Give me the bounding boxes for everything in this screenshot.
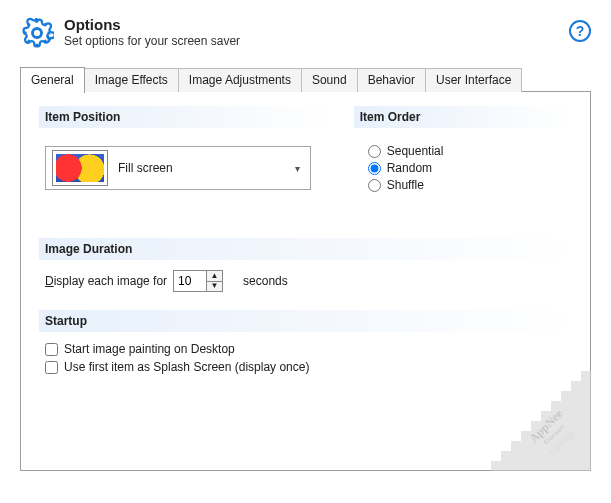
- page-subtitle: Set options for your screen saver: [64, 34, 240, 48]
- order-shuffle-label: Shuffle: [387, 178, 424, 192]
- item-position-dropdown[interactable]: Fill screen: [114, 147, 288, 189]
- order-random-radio[interactable]: [368, 162, 381, 175]
- section-item-position: Item Position: [39, 106, 334, 128]
- position-thumbnail-icon: [52, 150, 108, 186]
- order-sequential-label: Sequential: [387, 144, 444, 158]
- order-random-label: Random: [387, 161, 432, 175]
- tab-image-effects[interactable]: Image Effects: [84, 68, 179, 92]
- svg-point-0: [32, 28, 41, 37]
- section-item-order: Item Order: [354, 106, 572, 128]
- help-button[interactable]: ?: [569, 20, 591, 42]
- svg-text:Freeware: Freeware: [542, 422, 566, 446]
- section-image-duration: Image Duration: [39, 238, 572, 260]
- order-shuffle-radio[interactable]: [368, 179, 381, 192]
- gear-icon: [20, 16, 54, 50]
- spin-down-icon[interactable]: ▼: [207, 282, 222, 292]
- startup-paint-desktop[interactable]: Start image painting on Desktop: [45, 342, 572, 356]
- svg-text:Group.: Group.: [545, 425, 578, 458]
- tab-image-adjustments[interactable]: Image Adjustments: [178, 68, 302, 92]
- svg-text:AppNee: AppNee: [526, 406, 566, 446]
- tab-panel: Item Position Fill screen ▾ Item Order S…: [20, 91, 591, 471]
- item-position-select[interactable]: Fill screen ▾: [45, 146, 311, 190]
- chevron-down-icon: ▾: [288, 163, 306, 174]
- page-title: Options: [64, 16, 240, 33]
- section-startup: Startup: [39, 310, 572, 332]
- startup-splash-screen-checkbox[interactable]: [45, 361, 58, 374]
- header: Options Set options for your screen save…: [20, 16, 591, 50]
- order-random[interactable]: Random: [368, 161, 572, 175]
- tab-sound[interactable]: Sound: [301, 68, 358, 92]
- duration-suffix: seconds: [243, 274, 288, 288]
- startup-paint-desktop-checkbox[interactable]: [45, 343, 58, 356]
- tab-strip: General Image Effects Image Adjustments …: [20, 66, 591, 92]
- tab-user-interface[interactable]: User Interface: [425, 68, 522, 92]
- order-sequential-radio[interactable]: [368, 145, 381, 158]
- duration-spinner[interactable]: ▲ ▼: [173, 270, 223, 292]
- tab-behavior[interactable]: Behavior: [357, 68, 426, 92]
- tab-general[interactable]: General: [20, 67, 85, 93]
- duration-input[interactable]: [174, 271, 206, 291]
- startup-splash-screen-label: Use first item as Splash Screen (display…: [64, 360, 309, 374]
- spin-up-icon[interactable]: ▲: [207, 271, 222, 282]
- startup-paint-desktop-label: Start image painting on Desktop: [64, 342, 235, 356]
- order-sequential[interactable]: Sequential: [368, 144, 572, 158]
- duration-label: Display each image for: [45, 274, 167, 288]
- startup-splash-screen[interactable]: Use first item as Splash Screen (display…: [45, 360, 572, 374]
- order-shuffle[interactable]: Shuffle: [368, 178, 572, 192]
